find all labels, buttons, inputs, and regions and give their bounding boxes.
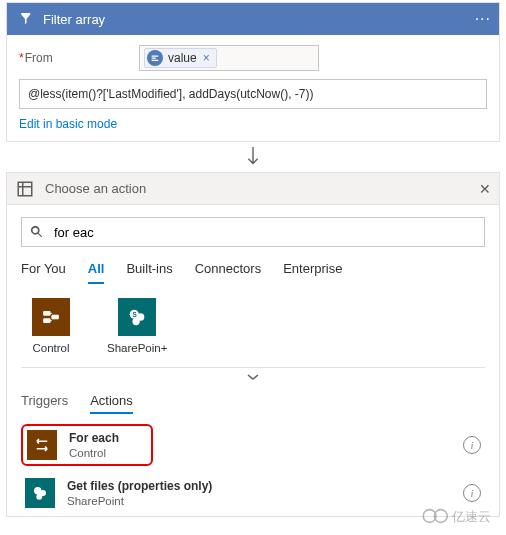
flow-arrow-icon [0, 142, 506, 172]
action-for-each[interactable]: For each Control i [21, 422, 485, 468]
svg-point-3 [132, 318, 139, 325]
action-title: For each [69, 431, 151, 446]
from-label: *From [19, 51, 139, 65]
card-title: Filter array [43, 12, 475, 27]
action-subtitle: Control [69, 446, 151, 460]
for-each-icon [27, 430, 57, 460]
choose-action-panel: Choose an action ✕ For You All Built-ins… [6, 172, 500, 517]
tab-actions[interactable]: Actions [90, 393, 133, 414]
action-title: Get files (properties only) [67, 479, 463, 494]
search-input[interactable] [52, 224, 476, 241]
action-panel-icon [15, 179, 35, 199]
connector-control[interactable]: Control [21, 298, 81, 355]
close-icon[interactable]: ✕ [479, 181, 491, 197]
expand-connectors[interactable] [21, 367, 485, 385]
filter-array-header[interactable]: Filter array ··· [7, 3, 499, 35]
from-input[interactable]: value × [139, 45, 319, 71]
tab-triggers[interactable]: Triggers [21, 393, 68, 414]
highlight-box: For each Control [21, 424, 153, 466]
token-remove-icon[interactable]: × [203, 51, 210, 65]
result-tabs: Triggers Actions [21, 393, 485, 414]
filter-array-body: *From value × @less(item()?['LastModifie… [7, 35, 499, 141]
action-list: For each Control i Get files (properties… [21, 422, 485, 516]
svg-text:亿速云: 亿速云 [451, 509, 491, 524]
search-box[interactable] [21, 217, 485, 247]
choose-action-header: Choose an action ✕ [7, 173, 499, 205]
scope-tabs: For You All Built-ins Connectors Enterpr… [21, 261, 485, 284]
action-subtitle: SharePoint [67, 494, 463, 508]
tab-connectors[interactable]: Connectors [195, 261, 261, 284]
control-icon [32, 298, 70, 336]
tab-built-ins[interactable]: Built-ins [126, 261, 172, 284]
svg-rect-0 [18, 182, 32, 196]
search-icon [30, 225, 44, 239]
tab-enterprise[interactable]: Enterprise [283, 261, 342, 284]
svg-text:S: S [132, 311, 137, 318]
info-icon[interactable]: i [463, 436, 481, 454]
filter-array-icon [15, 9, 35, 29]
panel-title: Choose an action [45, 181, 479, 196]
action-get-files[interactable]: Get files (properties only) SharePoint i [21, 470, 485, 516]
card-menu-icon[interactable]: ··· [475, 10, 491, 28]
filter-array-card: Filter array ··· *From value × @less(ite… [6, 2, 500, 142]
expression-input[interactable]: @less(item()?['LastModified'], addDays(u… [19, 79, 487, 109]
token-icon [147, 50, 163, 66]
info-icon[interactable]: i [463, 484, 481, 502]
connector-sharepoint[interactable]: S SharePoin+ [107, 298, 167, 355]
value-token[interactable]: value × [144, 48, 217, 68]
sharepoint-icon: S [118, 298, 156, 336]
svg-point-7 [36, 494, 42, 500]
tab-all[interactable]: All [88, 261, 105, 284]
tab-for-you[interactable]: For You [21, 261, 66, 284]
connector-grid: Control S SharePoin+ [21, 294, 485, 361]
watermark: 亿速云 [420, 504, 500, 531]
get-files-icon [25, 478, 55, 508]
edit-basic-mode-link[interactable]: Edit in basic mode [19, 117, 117, 131]
